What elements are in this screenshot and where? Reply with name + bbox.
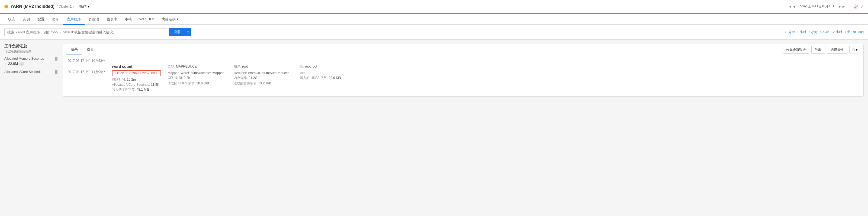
result-tab-chart[interactable]: 图表 [82, 44, 98, 55]
sidebar-subtitle: （已完成的应用程序） [4, 49, 59, 53]
header-right: ◄◄ Today, 上午11点18分 EDT ►► ⏸ 📈 ⤢ [788, 4, 864, 9]
sidebar-metric-memory: Allocated Memory Seconds ▐▌ ✓ 22.8M 1 [4, 57, 59, 66]
job-date-1: 2017-08-17 上午10点53分 [67, 59, 105, 63]
tab-app[interactable]: 应用程序 [63, 14, 85, 25]
metric-memory-num: 22.8M [8, 62, 18, 66]
header-left: YARN (MR2 Included) ( Cluster 1 ) 操作 ▾ [4, 3, 93, 10]
job-duration-row: 持续时间: 16.2m [112, 77, 161, 82]
tab-quicklinks[interactable]: 快捷链接 ▾ [158, 14, 182, 25]
job-name: word count [112, 64, 161, 69]
time-filter-6h[interactable]: 6 小时 [820, 30, 829, 34]
time-filters: 30 分钟 1 小时 2 小时 6 小时 12 小时 1 天 7d 30d [784, 30, 864, 34]
chevron-down-icon: ▾ [88, 4, 89, 8]
search-btn-group: 搜索 ▾ [169, 28, 191, 36]
next-arrow-icon[interactable]: ►► [838, 4, 845, 9]
metric-memory-count: 1 [19, 62, 24, 66]
job-reducer-row: Reducer: WordCount$IntSumReducer [234, 71, 293, 75]
operate-button[interactable]: 操作 ▾ [76, 3, 93, 10]
job-pool-row: 池: root.root [300, 64, 349, 69]
prev-arrow-icon[interactable]: ◄◄ [788, 4, 796, 9]
cluster-badge: ( Cluster 1 ) [57, 5, 74, 8]
tab-instance[interactable]: 实例 [19, 14, 34, 25]
metric-memory-header: Allocated Memory Seconds ▐▌ [4, 57, 59, 60]
time-filter-1h[interactable]: 1 小时 [797, 30, 806, 34]
tab-audit[interactable]: 审核 [121, 14, 135, 25]
job-alloc-note-row: Allo... [300, 71, 349, 75]
metric-vcore-header: Allocated VCore Seconds ▐▌ [4, 70, 59, 74]
search-input[interactable] [4, 28, 167, 36]
job-vcores-row: Allocated VCore Seconds: 11.5K [112, 83, 161, 86]
job-mem-dist-row: 内存分配: 21.2G [234, 76, 293, 80]
sidebar-title: 工作负荷汇总 [4, 44, 59, 49]
job-date-2: 2017-08-17 上午11点09分 [67, 70, 105, 74]
bar-chart-icon-vcore[interactable]: ▐▌ [54, 70, 59, 74]
time-display: Today, 上午11点18分 EDT [798, 4, 836, 9]
tab-resource-pool[interactable]: 资源池 [85, 14, 103, 25]
job-entry: 2017-08-17 上午10点53分 2017-08-17 上午11点09分 … [63, 55, 863, 96]
job-read-hdfs-row: 读取的 HDFS 字节: 30.6 GiB [167, 81, 227, 86]
search-dropdown-button[interactable]: ▾ [185, 28, 191, 36]
job-type-row: 类型: MAPREDUCE [167, 64, 227, 69]
nav-tabs: 状态 实例 配置 命令 应用程序 资源池 图表库 审核 Web UI ▾ 快捷链… [0, 14, 868, 25]
metric-memory-value: ✓ 22.8M 1 [4, 62, 59, 66]
expand-icon[interactable]: ⤢ [860, 4, 864, 9]
export-button[interactable]: 导出 [811, 46, 825, 54]
time-filter-2h[interactable]: 2 小时 [808, 30, 817, 34]
job-read-file-row: 读取的文件字节: 33.2 MiB [234, 81, 293, 86]
job-write-hdfs-row: 写入的 HDFS 字节: 22.9 KiB [300, 76, 349, 80]
search-button[interactable]: 搜索 [169, 28, 185, 36]
main-content: 工作负荷汇总 （已完成的应用程序） Allocated Memory Secon… [0, 39, 868, 101]
tab-config[interactable]: 配置 [34, 14, 48, 25]
pause-icon[interactable]: ⏸ [848, 4, 851, 9]
tab-chart[interactable]: 图表库 [103, 14, 121, 25]
time-filter-1d[interactable]: 1 天 [844, 30, 850, 34]
job-date-row: 2017-08-17 上午10点53分 [67, 59, 859, 63]
job-write-bytes-row: 写入的文件字节: 48.1 MiB [112, 87, 161, 92]
result-tabs: 结果 图表 [66, 44, 98, 55]
tab-command[interactable]: 命令 [48, 14, 63, 25]
time-filter-30min[interactable]: 30 分钟 [784, 30, 795, 34]
job-user-row: 用户: root [234, 64, 293, 69]
chart-icon[interactable]: 📈 [854, 4, 858, 9]
tab-webui[interactable]: Web UI ▾ [135, 14, 158, 25]
check-icon-memory: ✓ [4, 62, 7, 66]
select-attributes-button[interactable]: 选择属性 [827, 46, 847, 54]
sidebar-metric-vcore: Allocated VCore Seconds ▐▌ [4, 70, 59, 74]
search-bar: 搜索 ▾ 30 分钟 1 小时 2 小时 6 小时 12 小时 1 天 7d 3… [0, 25, 868, 39]
job-id-box[interactable]: ID: job_1502966552259_0005 [112, 70, 161, 76]
sidebar: 工作负荷汇总 （已完成的应用程序） Allocated Memory Secon… [4, 44, 59, 97]
bar-chart-icon-memory[interactable]: ▐▌ [54, 57, 59, 60]
tab-status[interactable]: 状态 [4, 14, 19, 25]
search-bar-left: 搜索 ▾ [4, 28, 784, 36]
time-filter-30d[interactable]: 30d [858, 30, 864, 34]
time-filter-12h[interactable]: 12 小时 [831, 30, 842, 34]
yarn-status-icon [4, 5, 8, 8]
result-tab-results[interactable]: 结果 [66, 44, 82, 55]
result-panel: 结果 图表 收集诊断数据 导出 选择属性 ⊞ ▾ 2017-08-17 上午10… [63, 44, 864, 97]
app-title: YARN (MR2 Included) [10, 4, 55, 9]
metric-memory-name: Allocated Memory Seconds [4, 57, 44, 60]
action-buttons: 收集诊断数据 导出 选择属性 ⊞ ▾ [783, 46, 860, 54]
quicklinks-chevron-icon: ▾ [177, 14, 179, 25]
job-mapper-row: Mapper: WordCount$TokenizerMapper [167, 71, 227, 75]
metric-vcore-name: Allocated VCore Seconds [4, 70, 41, 74]
time-filter-7d[interactable]: 7d [852, 30, 856, 34]
job-cpu-row: CPU 时间: 2.2h [167, 76, 227, 80]
collect-diagnostics-button[interactable]: 收集诊断数据 [783, 46, 809, 54]
grid-view-button[interactable]: ⊞ ▾ [849, 46, 860, 53]
webui-chevron-icon: ▾ [152, 14, 154, 25]
top-header: YARN (MR2 Included) ( Cluster 1 ) 操作 ▾ ◄… [0, 0, 868, 13]
